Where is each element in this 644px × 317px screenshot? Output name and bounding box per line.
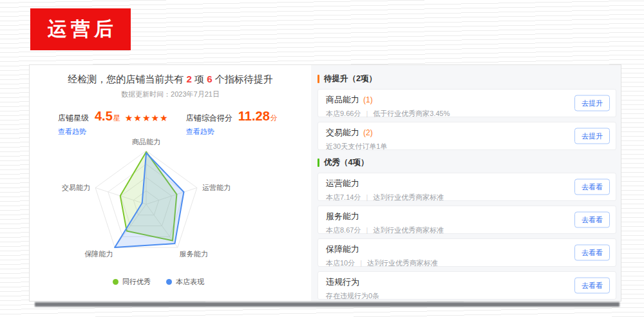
indicator-description: 本店9.66分|低于行业优秀商家3.45%	[326, 109, 608, 119]
indicator-name: 交易能力(2)	[326, 127, 608, 139]
description-divider: |	[366, 193, 368, 201]
overview-section: 经检测，您的店铺当前共有 2 项 6 个指标待提升 数据更新时间：2023年7月…	[30, 65, 311, 301]
section-header: 待提升（2项）	[317, 73, 616, 84]
composite-score-unit: 分	[270, 113, 278, 123]
legend-item[interactable]: 同行优秀	[113, 277, 151, 287]
indicator-description: 近30天支付订单1单	[326, 142, 608, 151]
indicator-benchmark-text: 达到行业优秀商家标准	[373, 226, 444, 234]
indicator-benchmark-text: 达到行业优秀商家标准	[373, 193, 444, 201]
indicator-action-button[interactable]: 去看看	[574, 278, 610, 294]
indicator-benchmark-text: 低于行业优秀商家3.45%	[373, 110, 450, 117]
star-icons: ★★★★★	[125, 111, 175, 123]
stage-label-badge: 运营后	[30, 8, 131, 50]
summary-text: 经检测，您的店铺当前共有	[68, 73, 186, 84]
summary-text: 项	[192, 73, 207, 84]
indicator-score-text: 本店10分	[326, 259, 355, 267]
indicator-score-text: 本店9.66分	[326, 110, 361, 117]
indicator-benchmark-text: 达到行业优秀商家标准	[367, 259, 438, 267]
indicator-action-button[interactable]: 去提升	[574, 95, 610, 111]
indicator-card: 保障能力本店10分|达到行业优秀商家标准去看看	[317, 238, 616, 267]
section-accent-bar	[317, 158, 319, 167]
radar-chart: 商品能力运营能力服务能力保障能力交易能力	[30, 131, 311, 277]
star-rating-unit: 星	[113, 113, 120, 123]
section-title: 优秀（4项）	[324, 157, 368, 168]
description-divider: |	[366, 110, 368, 117]
radar-axis-label: 交易能力	[62, 184, 90, 191]
indicator-description: 存在违规行为0条	[326, 291, 608, 301]
summary-text: 个指标待提升	[213, 73, 273, 84]
indicator-score-text: 存在违规行为0条	[326, 292, 379, 300]
summary-title: 经检测，您的店铺当前共有 2 项 6 个指标待提升	[30, 73, 311, 86]
data-update-time: 数据更新时间：2023年7月21日	[30, 90, 311, 99]
legend-label: 同行优秀	[122, 277, 151, 287]
summary-count-highlight: 2	[186, 73, 191, 84]
section-header: 优秀（4项）	[317, 157, 616, 168]
indicator-card: 服务能力本店8.67分|达到行业优秀商家标准去看看	[317, 206, 616, 234]
chart-legend: 同行优秀本店表现	[113, 277, 204, 287]
indicator-score-text: 本店8.67分	[326, 226, 361, 234]
section-accent-bar	[317, 75, 319, 83]
summary-count-highlight: 6	[207, 73, 212, 84]
radar-axis-label: 商品能力	[132, 138, 160, 146]
legend-dot-icon	[166, 279, 172, 285]
indicator-action-button[interactable]: 去看看	[574, 245, 610, 261]
radar-axis-label: 服务能力	[180, 250, 208, 258]
composite-score-value: 11.28	[238, 109, 270, 124]
radar-axis-label: 运营能力	[202, 184, 231, 191]
star-rating-value: 4.5	[95, 109, 113, 124]
legend-label: 本店表现	[176, 277, 204, 287]
indicator-description: 本店7.14分|达到行业优秀商家标准	[326, 193, 608, 202]
indicator-name: 保障能力	[326, 244, 608, 255]
description-divider: |	[366, 226, 368, 234]
legend-dot-icon	[113, 279, 118, 285]
section-title: 待提升（2项）	[324, 73, 377, 84]
composite-score-label: 店铺综合得分	[186, 113, 232, 124]
store-health-panel: 经检测，您的店铺当前共有 2 项 6 个指标待提升 数据更新时间：2023年7月…	[29, 64, 621, 302]
indicator-action-button[interactable]: 去看看	[574, 179, 610, 195]
indicator-name: 运营能力	[326, 178, 608, 189]
indicator-score-text: 近30天支付订单1单	[326, 142, 387, 150]
indicator-card: 商品能力(1)本店9.66分|低于行业优秀商家3.45%去提升	[317, 89, 616, 117]
indicator-name: 商品能力(1)	[326, 94, 608, 106]
indicator-card: 交易能力(2)近30天支付订单1单去提升	[317, 122, 616, 150]
indicator-card: 违规行为存在违规行为0条去看看	[317, 271, 616, 300]
indicator-description: 本店8.67分|达到行业优秀商家标准	[326, 226, 608, 235]
indicator-score-text: 本店7.14分	[326, 193, 361, 201]
indicator-name: 违规行为	[326, 276, 608, 288]
indicator-action-button[interactable]: 去看看	[574, 212, 610, 228]
indicator-action-button[interactable]: 去提升	[574, 128, 610, 144]
indicator-description: 本店10分|达到行业优秀商家标准	[326, 258, 608, 268]
star-rating-label: 店铺星级	[58, 113, 89, 124]
indicator-card: 运营能力本店7.14分|达到行业优秀商家标准去看看	[317, 173, 616, 201]
radar-axis-label: 保障能力	[84, 250, 113, 258]
indicator-name: 服务能力	[326, 211, 608, 222]
legend-item[interactable]: 本店表现	[166, 277, 204, 287]
indicator-list-section: 待提升（2项）商品能力(1)本店9.66分|低于行业优秀商家3.45%去提升交易…	[311, 65, 621, 301]
indicator-count: (2)	[363, 128, 373, 137]
indicator-count: (1)	[363, 95, 373, 104]
description-divider: |	[360, 259, 362, 267]
